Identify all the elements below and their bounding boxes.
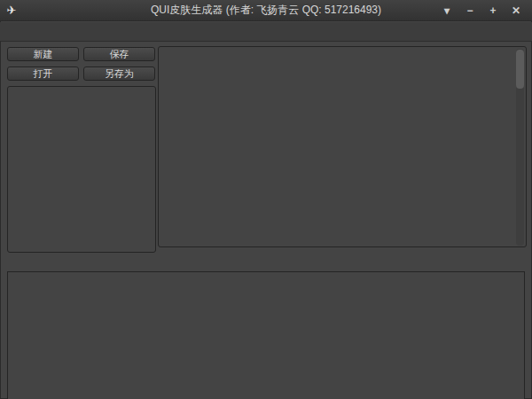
saveas-button[interactable]: 另存为 <box>83 66 155 81</box>
calendar-preview-panel <box>7 271 525 399</box>
stylesheet-editor[interactable] <box>158 46 527 247</box>
airplane-app-icon: ✈ <box>0 4 23 17</box>
window-controls: ▾ − + ✕ <box>438 3 532 19</box>
save-button[interactable]: 保存 <box>83 47 155 61</box>
close-icon[interactable]: ✕ <box>507 3 525 19</box>
maximize-icon[interactable]: + <box>484 3 502 19</box>
pin-dropdown-icon[interactable]: ▾ <box>438 3 456 19</box>
color-settings-group <box>7 86 156 253</box>
editor-scrollbar-thumb[interactable] <box>516 50 524 89</box>
title-bar: ✈ QUI皮肤生成器 (作者: 飞扬青云 QQ: 517216493) ▾ − … <box>0 0 532 21</box>
menu-bar <box>0 22 532 42</box>
minimize-icon[interactable]: − <box>461 3 479 19</box>
app-window: ✈ QUI皮肤生成器 (作者: 飞扬青云 QQ: 517216493) ▾ − … <box>0 0 532 399</box>
open-button[interactable]: 打开 <box>7 66 79 81</box>
editor-scrollbar[interactable] <box>516 49 524 246</box>
new-button[interactable]: 新建 <box>7 47 79 61</box>
